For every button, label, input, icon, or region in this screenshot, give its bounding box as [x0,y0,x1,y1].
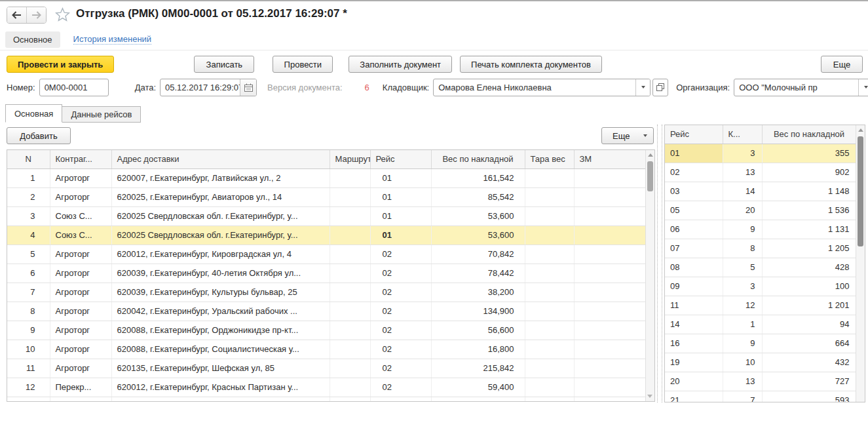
table-row[interactable]: 0691 131 [665,220,856,239]
column-header[interactable]: N [7,150,50,168]
post-button[interactable]: Провести [273,56,333,73]
cell[interactable] [330,187,370,206]
cell[interactable]: 1 [723,315,762,334]
cell[interactable]: 78,442 [431,264,525,283]
table-row[interactable]: 0781 205 [665,239,856,258]
cell[interactable]: 620012, г.Екатеринбург, Красных Партизан… [111,378,330,397]
cell[interactable]: 56,600 [431,321,525,340]
cell[interactable]: 1 201 [762,296,856,315]
more-button-table[interactable]: Еще [601,127,654,144]
table-row[interactable]: 1Агроторг620007, г.Екатеринбург, Латвийс… [7,168,646,187]
table-row[interactable]: 085428 [665,258,856,277]
cell[interactable]: 01 [370,168,431,187]
back-button[interactable] [7,7,26,23]
cell[interactable]: 02 [370,378,431,397]
column-header[interactable]: Контраг... [50,150,111,168]
cell[interactable]: 02 [370,283,431,302]
cell[interactable]: Агроторг [50,283,111,302]
cell[interactable]: 620007, г.Екатеринбург, Латвийская ул., … [111,168,330,187]
cell[interactable]: 01 [370,187,431,206]
cell[interactable]: 432 [762,353,856,372]
cell[interactable] [330,378,370,397]
cell[interactable]: 9 [723,220,762,239]
cell[interactable] [574,378,646,397]
cell[interactable]: Агроторг [50,168,111,187]
cell[interactable]: 7 [723,391,762,402]
cell[interactable]: 10 [7,340,50,359]
cell[interactable]: 01 [370,225,431,244]
cell[interactable]: 620039, г.Екатеринбург, 40-летия Октября… [111,264,330,283]
cell[interactable]: 4 [7,225,50,244]
cell[interactable] [574,321,646,340]
cell[interactable]: 2 [7,187,50,206]
cell[interactable]: 02 [370,321,431,340]
column-header[interactable]: Рейс [665,125,723,144]
calendar-button[interactable] [240,79,256,96]
table-row[interactable]: 11Агроторг620135, г.Екатеринбург, Шефска… [7,359,646,378]
table-row[interactable]: 8Агроторг620042, г.Екатеринбург, Уральск… [7,302,646,321]
cell[interactable] [574,168,646,187]
cell[interactable]: 20 [723,201,762,220]
table-row[interactable]: 2Агроторг620025, г.Екатеринбург, Авиатор… [7,187,646,206]
cell[interactable]: 94 [762,315,856,334]
cell[interactable]: 14 [665,315,723,334]
cell[interactable]: 215,842 [431,359,525,378]
cell[interactable]: 9 [7,321,50,340]
print-set-button[interactable]: Печать комплекта документов [460,56,602,73]
cell[interactable]: 19 [665,353,723,372]
cell[interactable]: 20 [665,372,723,391]
cell[interactable] [330,244,370,264]
cell[interactable]: 10 [723,353,762,372]
cell[interactable]: 08 [665,258,723,277]
table-row[interactable]: 03141 148 [665,182,856,201]
organization-dropdown-button[interactable] [858,79,868,96]
table-row[interactable]: 093100 [665,277,856,296]
cell[interactable]: 5 [7,244,50,264]
table-row[interactable]: 169664 [665,334,856,353]
version-value[interactable]: 6 [365,83,369,92]
column-header[interactable]: К... [723,125,762,144]
cell[interactable]: Агроторг [50,321,111,340]
cell[interactable]: 53,600 [431,225,525,244]
cell[interactable]: 02 [370,264,431,283]
cell[interactable] [525,340,574,359]
column-header[interactable]: Тара вес [525,150,574,168]
cell[interactable]: 3 [723,144,762,163]
fill-document-button[interactable]: Заполнить документ [349,56,452,73]
cell[interactable]: 21 [665,391,723,402]
storekeeper-dropdown-button[interactable] [635,79,650,96]
cell[interactable]: 85,542 [431,187,525,206]
cell[interactable]: 593 [762,391,856,402]
cell[interactable]: 01 [665,144,723,163]
cell[interactable] [574,340,646,359]
cell[interactable]: Союз С... [50,206,111,225]
cell[interactable]: 620039, г.Екатеринбург, 40-летия Октября… [111,397,330,402]
table-row[interactable]: 1910432 [665,353,856,372]
cell[interactable]: 1 205 [762,239,856,258]
cell[interactable]: 16,800 [431,340,525,359]
cell[interactable] [525,225,574,244]
cell[interactable]: 02 [665,163,723,182]
table-row[interactable]: 11121 201 [665,296,856,315]
cell[interactable] [525,206,574,225]
cell[interactable]: 02 [370,359,431,378]
cell[interactable] [525,187,574,206]
table-row[interactable]: 2013727 [665,372,856,391]
cell[interactable]: 13 [723,372,762,391]
cell[interactable] [525,397,574,402]
cell[interactable]: Агроторг [50,340,111,359]
cell[interactable]: 620025, г.Екатеринбург, Авиаторов ул., 1… [111,187,330,206]
table-row[interactable]: 4Союз С...620025 Свердловская обл. г.Ека… [7,225,646,244]
cell[interactable] [574,244,646,264]
nav-tab-main[interactable]: Основное [5,31,60,48]
table-row[interactable]: 5Агроторг620012, г.Екатеринбург, Кировгр… [7,244,646,264]
cell[interactable] [574,302,646,321]
scroll-up-icon[interactable] [648,153,653,157]
cell[interactable]: 1 [7,168,50,187]
cell[interactable] [525,244,574,264]
cell[interactable]: 620088, г.Екатеринбург, Орджоникидзе пр-… [111,321,330,340]
cell[interactable] [330,340,370,359]
cell[interactable]: 8 [723,239,762,258]
cell[interactable]: 02 [370,244,431,264]
table-row[interactable]: 14194 [665,315,856,334]
